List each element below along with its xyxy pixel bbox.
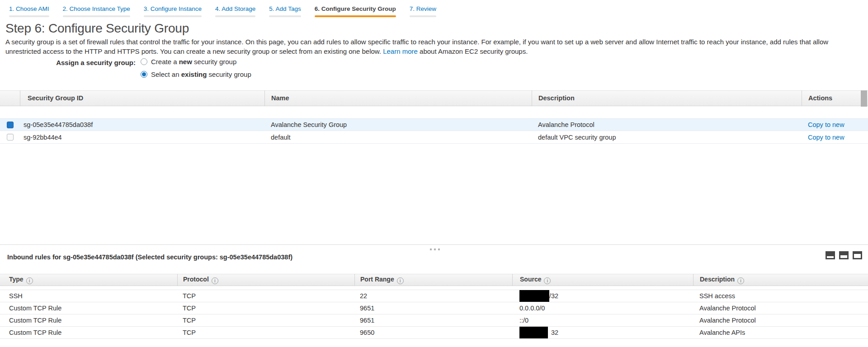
radio-icon-unselected[interactable] (141, 58, 147, 65)
cell-description: SSH access (693, 292, 868, 300)
header-name: Name (264, 90, 532, 106)
inbound-rule-row-ssh[interactable]: SSH TCP 22 /32 SSH access (0, 290, 868, 302)
cell-source: /32 (512, 290, 693, 302)
info-icon[interactable]: i (26, 277, 33, 284)
wizard-tab-bar: 1. Choose AMI 2. Choose Instance Type 3.… (0, 0, 868, 21)
row-checkbox-unchecked[interactable] (7, 134, 14, 141)
header-description: Description (532, 90, 802, 106)
info-icon[interactable]: i (397, 277, 404, 284)
security-groups-table-body: sg-05e35e44785da038f Avalanche Security … (0, 118, 868, 144)
inbound-rules-title: Inbound rules for sg-05e35e44785da038f (… (7, 253, 292, 261)
inbound-rule-row-tcp-9651-ipv4[interactable]: Custom TCP Rule TCP 9651 0.0.0.0/0 Avala… (0, 302, 868, 314)
radio-icon-selected[interactable] (141, 71, 147, 78)
header-protocol: Protocoli (177, 274, 354, 286)
radio-create-new-label: Create a new security group (151, 58, 236, 66)
cell-port-range: 9650 (354, 329, 512, 336)
cell-type: SSH (0, 292, 177, 300)
learn-more-link[interactable]: Learn more (383, 47, 418, 55)
table-scrollbar-thumb[interactable] (861, 90, 867, 107)
drag-dots-icon[interactable] (428, 248, 442, 251)
header-type: Typei (0, 276, 177, 284)
page-description: A security group is a set of firewall ru… (5, 37, 862, 56)
cell-description: Avalanche Protocol (532, 121, 802, 128)
inbound-rules-table-body: SSH TCP 22 /32 SSH access Custom TCP Rul… (0, 290, 868, 339)
radio-select-existing-label: Select an existing security group (151, 70, 251, 78)
cell-description: Avalanche APIs (693, 329, 868, 336)
tab-configure-security-group[interactable]: 6. Configure Security Group (315, 5, 396, 21)
cell-security-group-id: sg-92bb44e4 (20, 134, 264, 141)
tab-choose-instance-type[interactable]: 2. Choose Instance Type (63, 5, 130, 21)
header-security-group-id: Security Group ID (20, 90, 264, 106)
page-title: Step 6: Configure Security Group (5, 21, 189, 36)
redacted-ip (519, 327, 548, 338)
description-suffix: about Amazon EC2 security groups. (420, 47, 528, 55)
cell-port-range: 22 (354, 292, 512, 300)
info-icon[interactable]: i (212, 277, 218, 284)
panel-large-icon[interactable] (853, 251, 862, 259)
radio-create-new-group[interactable]: Create a new security group (141, 58, 236, 66)
inbound-rules-table-header: Typei Protocoli Port Rangei Sourcei Desc… (0, 274, 868, 286)
info-icon[interactable]: i (737, 277, 744, 284)
tab-add-storage[interactable]: 4. Add Storage (215, 5, 255, 21)
cell-source: 0.0.0.0/0 (512, 305, 693, 312)
assign-security-group-label: Assign a security group: (0, 59, 136, 66)
tab-review[interactable]: 7. Review (410, 5, 436, 21)
cell-protocol: TCP (177, 317, 354, 324)
tab-configure-instance[interactable]: 3. Configure Instance (144, 5, 202, 21)
header-checkbox-column (0, 90, 20, 106)
panel-medium-icon[interactable] (839, 251, 849, 259)
cell-source: 32 (512, 327, 693, 338)
cell-type: Custom TCP Rule (0, 305, 177, 312)
header-actions: Actions (802, 90, 868, 106)
header-description: Descriptioni (693, 274, 868, 286)
cell-port-range: 9651 (354, 305, 512, 312)
cell-description: Avalanche Protocol (693, 317, 868, 324)
panel-size-toggles (826, 251, 862, 259)
tab-choose-ami[interactable]: 1. Choose AMI (9, 5, 49, 21)
section-divider (0, 244, 868, 245)
table-row-default-security-group[interactable]: sg-92bb44e4 default default VPC security… (0, 131, 868, 144)
inbound-rule-row-tcp-9651-ipv6[interactable]: Custom TCP Rule TCP 9651 ::/0 Avalanche … (0, 314, 868, 327)
panel-small-icon[interactable] (826, 251, 835, 259)
header-port-range: Port Rangei (354, 274, 512, 286)
inbound-rules-table: Typei Protocoli Port Rangei Sourcei Desc… (0, 274, 868, 339)
cell-description: default VPC security group (532, 134, 802, 141)
cell-security-group-id: sg-05e35e44785da038f (20, 121, 264, 128)
cell-description: Avalanche Protocol (693, 305, 868, 312)
row-checkbox-checked[interactable] (7, 122, 14, 128)
radio-select-existing-group[interactable]: Select an existing security group (141, 70, 251, 78)
table-row-avalanche-security-group[interactable]: sg-05e35e44785da038f Avalanche Security … (0, 118, 868, 131)
cell-port-range: 9651 (354, 317, 512, 324)
cell-name: Avalanche Security Group (264, 121, 532, 128)
security-groups-table-header: Security Group ID Name Description Actio… (0, 90, 868, 106)
copy-to-new-link[interactable]: Copy to new (808, 134, 844, 141)
cell-protocol: TCP (177, 305, 354, 312)
security-groups-table: Security Group ID Name Description Actio… (0, 90, 868, 144)
redacted-ip (519, 290, 549, 302)
inbound-rule-row-tcp-9650[interactable]: Custom TCP Rule TCP 9650 32 Avalanche AP… (0, 327, 868, 339)
tab-add-tags[interactable]: 5. Add Tags (269, 5, 301, 21)
info-icon[interactable]: i (544, 277, 551, 284)
cell-protocol: TCP (177, 329, 354, 336)
cell-source: ::/0 (512, 317, 693, 324)
header-source: Sourcei (512, 274, 693, 286)
cell-type: Custom TCP Rule (0, 317, 177, 324)
cell-name: default (264, 134, 532, 141)
cell-protocol: TCP (177, 292, 354, 300)
copy-to-new-link[interactable]: Copy to new (808, 121, 844, 128)
cell-type: Custom TCP Rule (0, 329, 177, 336)
